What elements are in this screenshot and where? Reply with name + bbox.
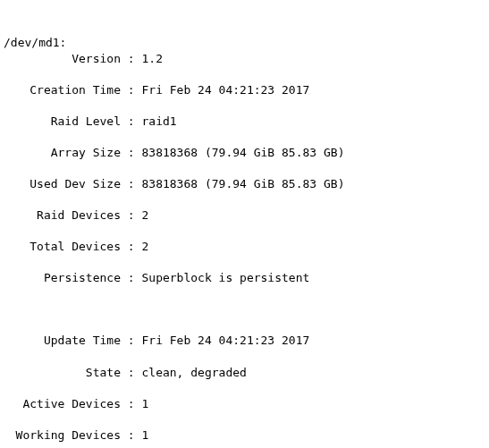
row-label: Total Devices bbox=[4, 239, 121, 255]
row-label: Persistence bbox=[4, 270, 121, 286]
detail-row: Array Size : 83818368 (79.94 GiB 85.83 G… bbox=[4, 145, 485, 161]
blank-row bbox=[4, 301, 485, 317]
row-label: Version bbox=[4, 51, 121, 67]
row-label: Raid Devices bbox=[4, 207, 121, 224]
detail-row: Creation Time : Fri Feb 24 04:21:23 2017 bbox=[4, 82, 485, 98]
device-header: /dev/md1: bbox=[4, 36, 66, 49]
row-value: 2 bbox=[141, 208, 148, 222]
detail-row: Total Devices : 2 bbox=[4, 239, 485, 255]
detail-row: Update Time : Fri Feb 24 04:21:23 2017 bbox=[4, 333, 485, 349]
mdadm-output: /dev/md1: Version : 1.2 Creation Time : … bbox=[4, 35, 485, 448]
detail-row: Raid Devices : 2 bbox=[4, 207, 485, 224]
row-value: Fri Feb 24 04:21:23 2017 bbox=[141, 83, 309, 97]
row-value: 1 bbox=[141, 397, 148, 410]
row-label: State bbox=[4, 365, 121, 381]
detail-row: Version : 1.2 bbox=[4, 51, 485, 67]
row-value: raid1 bbox=[141, 114, 176, 128]
detail-row: State : clean, degraded bbox=[4, 365, 485, 381]
detail-row: Raid Level : raid1 bbox=[4, 114, 485, 130]
row-label: Working Devices bbox=[4, 427, 121, 444]
row-value: clean, degraded bbox=[141, 366, 246, 379]
row-value: 1 bbox=[141, 428, 148, 442]
row-value: 1.2 bbox=[141, 52, 162, 65]
row-label: Active Devices bbox=[4, 396, 121, 412]
row-label: Update Time bbox=[4, 333, 121, 349]
row-label: Raid Level bbox=[4, 114, 121, 130]
row-value: 2 bbox=[141, 240, 148, 253]
detail-row: Persistence : Superblock is persistent bbox=[4, 270, 485, 286]
row-label: Array Size bbox=[4, 145, 121, 161]
row-label: Creation Time bbox=[4, 82, 121, 98]
detail-row: Working Devices : 1 bbox=[4, 427, 485, 444]
row-value: Fri Feb 24 04:21:23 2017 bbox=[141, 334, 309, 347]
row-label: Used Dev Size bbox=[4, 176, 121, 192]
row-value: Superblock is persistent bbox=[141, 271, 309, 284]
row-value: 83818368 (79.94 GiB 85.83 GB) bbox=[141, 146, 344, 159]
row-value: 83818368 (79.94 GiB 85.83 GB) bbox=[141, 177, 344, 190]
detail-row: Active Devices : 1 bbox=[4, 396, 485, 412]
detail-row: Used Dev Size : 83818368 (79.94 GiB 85.8… bbox=[4, 176, 485, 192]
